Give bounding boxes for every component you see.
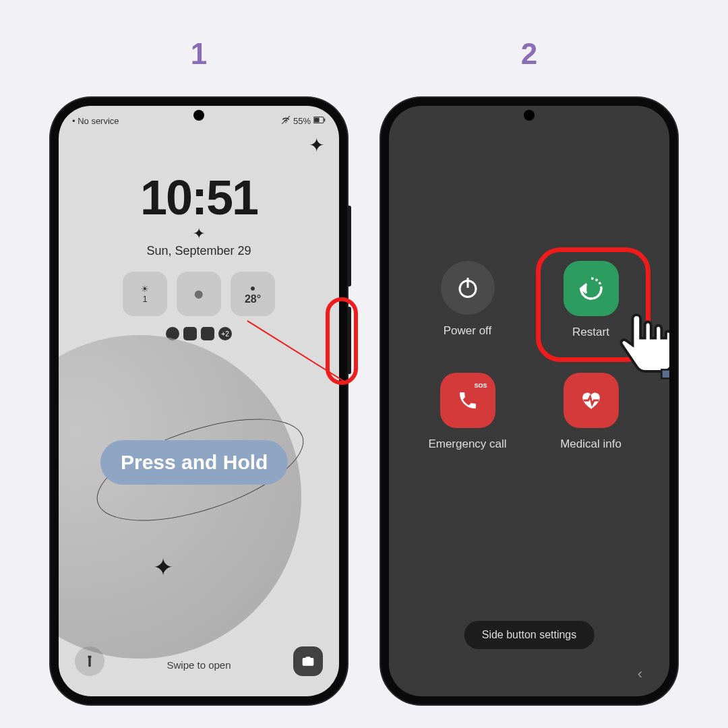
sparkle-icon: ✦ xyxy=(153,553,173,582)
temp-widget[interactable]: ● 28° xyxy=(231,272,275,316)
phone-frame-1: ✦ ✦ • No service 55% 10:51 ✦ Sun, Septem… xyxy=(51,98,347,704)
emergency-call-button[interactable]: SOS Emergency call xyxy=(428,373,506,451)
lock-screen[interactable]: ✦ ✦ • No service 55% 10:51 ✦ Sun, Septem… xyxy=(59,106,339,696)
step-number-2: 2 xyxy=(521,37,537,71)
clock-time: 10:51 xyxy=(59,170,339,225)
power-off-label: Power off xyxy=(444,324,492,338)
medical-label: Medical info xyxy=(560,437,621,451)
sun-icon: ☀ xyxy=(141,284,149,294)
phone-frame-2: Power off Restart SOS Emergency call xyxy=(381,98,677,704)
step-2: 2 Power off Restart xyxy=(381,37,677,704)
notif-badge: +2 xyxy=(218,327,232,340)
dot-icon: ● xyxy=(250,282,255,293)
sos-label: SOS xyxy=(474,382,487,389)
sparkle-icon: ✦ xyxy=(193,225,205,243)
step-number-1: 1 xyxy=(191,37,207,71)
power-icon xyxy=(441,261,495,315)
side-button-settings[interactable]: Side button settings xyxy=(464,621,595,649)
emergency-icon: SOS xyxy=(440,373,495,428)
svg-rect-6 xyxy=(661,369,669,378)
battery-percent: 55% xyxy=(293,116,311,126)
network-status: • No service xyxy=(72,116,119,126)
widgets-row: ☀ 1 ● ● 28° xyxy=(59,272,339,316)
flashlight-button[interactable] xyxy=(75,646,104,676)
annotation-label: Press and Hold xyxy=(100,440,288,485)
volume-button[interactable] xyxy=(347,206,351,286)
notif-icon xyxy=(183,327,197,340)
notification-icons: +2 xyxy=(59,327,339,340)
weather-widget-1[interactable]: ☀ 1 xyxy=(123,272,167,316)
clock-date: Sun, September 29 xyxy=(59,244,339,258)
widget-value: 1 xyxy=(142,294,147,304)
wifi-icon xyxy=(281,115,291,127)
power-off-button[interactable]: Power off xyxy=(441,261,495,339)
back-button[interactable]: ‹ xyxy=(638,665,642,683)
front-camera xyxy=(193,110,204,121)
emergency-label: Emergency call xyxy=(428,437,506,451)
power-menu-screen: Power off Restart SOS Emergency call xyxy=(389,106,669,696)
notif-icon xyxy=(201,327,214,340)
sparkle-icon: ✦ xyxy=(309,134,324,156)
temp-value: 28° xyxy=(245,293,261,305)
front-camera xyxy=(524,110,535,121)
camera-button[interactable] xyxy=(293,646,323,676)
battery-icon xyxy=(313,116,326,126)
moon-widget[interactable]: ● xyxy=(177,272,221,316)
swipe-hint: Swipe to open xyxy=(166,659,231,671)
svg-rect-3 xyxy=(324,119,326,122)
step-1: 1 ✦ ✦ • No service 55% xyxy=(51,37,347,704)
moon-icon: ● xyxy=(193,283,205,305)
clock-area: 10:51 ✦ Sun, September 29 xyxy=(59,170,339,258)
pointer-hand-icon xyxy=(602,301,669,392)
svg-rect-2 xyxy=(314,118,320,123)
